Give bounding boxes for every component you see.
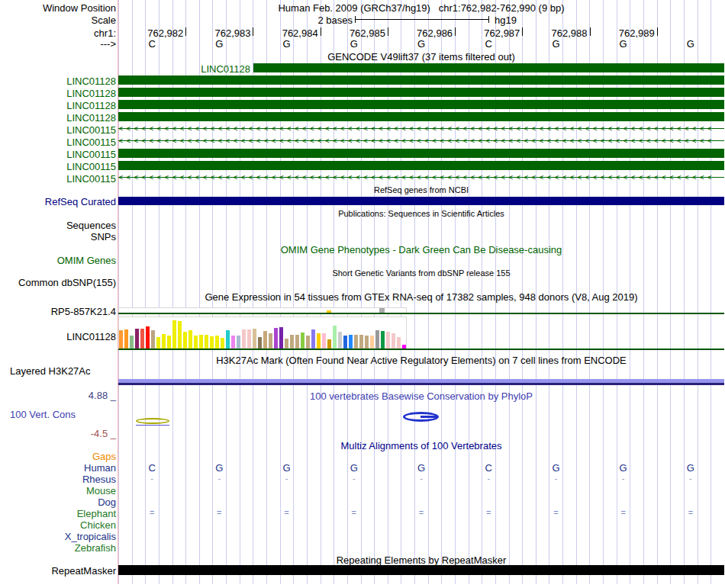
gtex-tissue-bar[interactable] (119, 330, 123, 349)
gtex-row1-label[interactable]: RP5-857K21.4 (51, 306, 116, 317)
gtex-tissue-bar[interactable] (188, 330, 192, 349)
omim-track-title[interactable]: OMIM Gene Phenotypes - Dark Green Can Be… (118, 244, 724, 255)
gtex-tissue-bar[interactable] (365, 336, 369, 349)
gtex-tissue-bar[interactable] (338, 332, 342, 349)
gtex-tissue-bar[interactable] (274, 328, 278, 349)
gtex-tissue-bar[interactable] (397, 337, 401, 349)
gtex-tissue-bar[interactable] (135, 329, 139, 349)
gtex-tissue-bar[interactable] (242, 329, 246, 349)
gene-intron-arrows[interactable]: <<<<<<<<<<<<<<<<<<<<<<<<<<<<<<<<<<<<<<<<… (118, 173, 724, 182)
gtex-tissue-bar[interactable] (199, 335, 203, 349)
gene-label[interactable]: LINC00115 (66, 137, 116, 148)
gtex-tissue-bar[interactable] (327, 339, 331, 349)
gtex-tissue-bar[interactable] (301, 333, 304, 349)
gtex-tissue-bar[interactable] (354, 335, 358, 349)
gtex-tissue-bar[interactable] (162, 334, 166, 349)
gencode-track-title[interactable]: GENCODE V49lift37 (37 items filtered out… (118, 51, 724, 63)
gtex-tissue-bar[interactable] (295, 335, 299, 349)
gtex-tissue-bar[interactable] (349, 335, 353, 349)
gtex-tissue-bar[interactable] (269, 333, 272, 349)
h3k27ac-track-title[interactable]: H3K27Ac Mark (Often Found Near Active Re… (118, 355, 724, 366)
gtex-tissue-bar[interactable] (210, 336, 214, 349)
gene-label[interactable]: LINC01128 (66, 88, 116, 99)
gtex-track-title[interactable]: Gene Expression in 54 tissues from GTEx … (118, 291, 724, 303)
gene-exon-bar[interactable] (118, 149, 724, 158)
gene-label[interactable]: LINC00115 (66, 149, 116, 160)
common-dbsnp-label[interactable]: Common dbSNP(155) (18, 277, 116, 288)
layered-h3k27ac-label[interactable]: Layered H3K27Ac (10, 365, 91, 377)
gtex-tissue-bar[interactable] (124, 329, 128, 349)
gene-intron-arrows[interactable]: <<<<<<<<<<<<<<<<<<<<<<<<<<<<<<<<<<<<<<<<… (118, 124, 724, 133)
gtex-tissue-bar[interactable] (247, 329, 251, 349)
gtex-tissue-bar[interactable] (322, 333, 326, 349)
gtex-tissue-bar[interactable] (151, 330, 155, 349)
gtex-tissue-bar[interactable] (172, 320, 176, 349)
gtex-tissue-bar[interactable] (140, 329, 144, 349)
refseq-track-title[interactable]: RefSeq genes from NCBI (118, 185, 724, 194)
gtex-tissue-bar[interactable] (386, 332, 390, 349)
gtex-tissue-bar[interactable] (178, 321, 182, 349)
gtex-tissue-bar[interactable] (285, 339, 288, 349)
species-label-chicken[interactable]: Chicken (80, 519, 116, 531)
gene-exon-bar[interactable] (118, 88, 724, 97)
conservation-track-title[interactable]: 100 vertebrates Basewise Conservation by… (118, 390, 724, 402)
gtex-tissue-bar[interactable] (306, 336, 310, 349)
dbsnp-track-title[interactable]: Short Genetic Variants from dbSNP releas… (118, 268, 724, 278)
species-label-gaps[interactable]: Gaps (92, 451, 116, 462)
species-label-dog[interactable]: Dog (98, 496, 116, 508)
gtex-expression-bars[interactable] (119, 316, 406, 349)
multiz-track-title[interactable]: Multiz Alignments of 100 Vertebrates (118, 440, 724, 451)
gtex-tissue-bar[interactable] (317, 333, 321, 349)
gene-label[interactable]: LINC01128 (66, 112, 116, 124)
species-label-zebrafish[interactable]: Zebrafish (75, 542, 116, 554)
species-label-rhesus[interactable]: Rhesus (82, 474, 116, 485)
gene-intron-arrows[interactable]: <<<<<<<<<<<<<<<<<<<<<<<<<<<<<<<<<<<<<<<<… (118, 137, 724, 146)
gtex-tissue-bar[interactable] (381, 331, 385, 349)
gene-exon-bar[interactable] (118, 100, 724, 109)
snps-label[interactable]: SNPs (91, 231, 116, 243)
gtex-row2-label[interactable]: LINC01128 (66, 331, 116, 342)
gene-label[interactable]: LINC00115 (66, 173, 116, 185)
gtex-tissue-bar[interactable] (130, 336, 134, 349)
gene-label[interactable]: LINC01128 (66, 100, 116, 111)
gene-label[interactable]: LINC01128 (66, 76, 116, 87)
gtex-tissue-bar[interactable] (370, 336, 374, 349)
gtex-tissue-bar[interactable] (253, 329, 256, 349)
gene-exon-bar[interactable] (118, 76, 724, 85)
gtex-tissue-bar[interactable] (194, 336, 198, 349)
gene-exon-bar[interactable] (118, 161, 724, 170)
refseq-curated-bar[interactable] (118, 197, 724, 205)
refseq-curated-label[interactable]: RefSeq Curated (45, 196, 116, 207)
gene-exon-bar[interactable] (118, 112, 724, 121)
gene-label[interactable]: LINC00115 (66, 161, 116, 172)
repeatmasker-track-title[interactable]: Repeating Elements by RepeatMasker (118, 554, 724, 566)
sequences-label[interactable]: Sequences (66, 220, 116, 231)
species-label-elephant[interactable]: Elephant (77, 508, 116, 519)
gtex-tissue-bar[interactable] (221, 338, 224, 349)
gtex-tissue-bar[interactable] (231, 336, 235, 349)
gtex-tissue-bar[interactable] (237, 336, 240, 349)
species-label-mouse[interactable]: Mouse (86, 485, 116, 496)
conservation-label[interactable]: 100 Vert. Cons (10, 409, 76, 420)
species-label-human[interactable]: Human (84, 462, 116, 474)
gtex-tissue-bar[interactable] (263, 331, 267, 349)
species-label-x_tropicalis[interactable]: X_tropicalis (65, 531, 116, 542)
gtex-tissue-bar[interactable] (375, 330, 379, 349)
gtex-tissue-bar[interactable] (167, 336, 171, 349)
repeatmasker-bar[interactable] (118, 565, 724, 575)
gtex-tissue-bar[interactable] (226, 330, 230, 349)
gtex-tissue-bar[interactable] (290, 335, 294, 349)
repeatmasker-label[interactable]: RepeatMasker (51, 565, 116, 577)
gene-exon-bar[interactable] (253, 63, 724, 72)
gtex-tissue-bar[interactable] (156, 337, 160, 349)
gtex-tissue-bar[interactable] (392, 333, 395, 349)
gene-label-inline[interactable]: LINC01128 (118, 63, 250, 75)
gtex-tissue-bar[interactable] (279, 327, 283, 349)
gtex-tissue-bar[interactable] (183, 332, 187, 349)
gtex-tissue-bar[interactable] (215, 336, 219, 349)
gtex-tissue-bar[interactable] (258, 337, 262, 349)
gtex-tissue-bar[interactable] (333, 326, 337, 349)
gtex-tissue-bar[interactable] (311, 329, 315, 349)
gtex-tissue-bar[interactable] (205, 335, 208, 349)
gtex-tissue-bar[interactable] (343, 336, 347, 349)
